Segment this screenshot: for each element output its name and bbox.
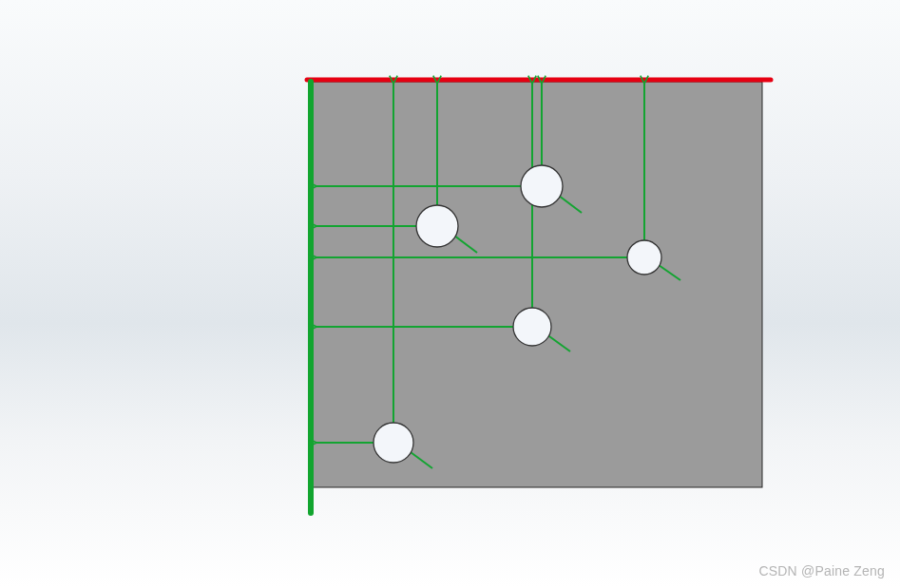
hole-h2 bbox=[416, 205, 458, 247]
hole-h5 bbox=[373, 423, 413, 463]
watermark-text: CSDN @Paine Zeng bbox=[758, 563, 885, 579]
diagram-canvas bbox=[0, 0, 900, 588]
hole-h3 bbox=[627, 240, 661, 275]
hole-h4 bbox=[513, 308, 551, 346]
diagram-svg bbox=[0, 0, 900, 588]
watermark: CSDN @Paine Zeng bbox=[758, 563, 885, 579]
plate bbox=[309, 82, 762, 487]
hole-h1 bbox=[521, 165, 563, 207]
